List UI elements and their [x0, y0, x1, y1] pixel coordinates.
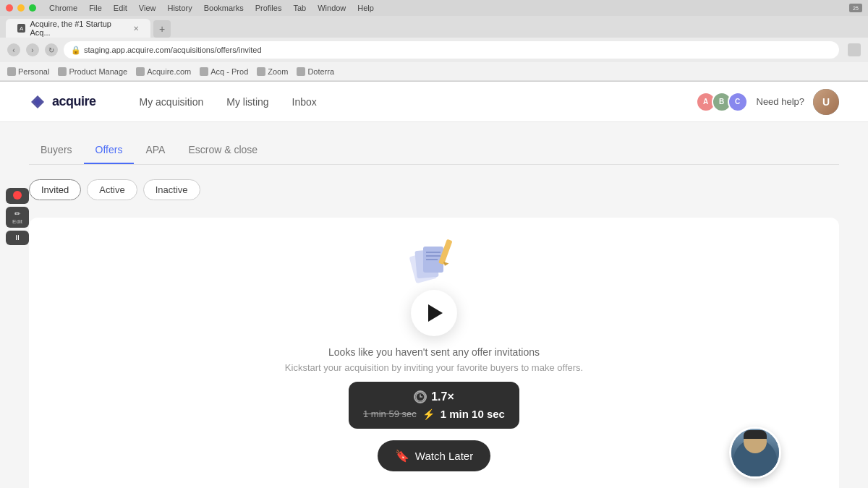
filter-inactive[interactable]: Inactive [143, 179, 200, 200]
empty-main-text: Looks like you haven't sent any offer in… [285, 346, 583, 358]
empty-illustration [398, 232, 470, 290]
bookmark-personal[interactable]: Personal [7, 67, 49, 76]
pause-icon: ⏸ [14, 234, 21, 241]
time-row: 1 min 59 sec ⚡ 1 min 10 sec [363, 408, 505, 420]
bookmark-product[interactable]: Product Manage [58, 67, 127, 76]
tab-title: Acquire, the #1 Startup Acq... [30, 20, 129, 37]
browser-address-bar: ‹ › ↻ 🔒 staging.app.acquire.com/acquisit… [0, 38, 868, 62]
tab-favicon: A [17, 24, 25, 33]
speed-value: 1.7× [363, 390, 505, 403]
bookmark-star-btn[interactable] [848, 43, 861, 56]
tab-apa[interactable]: APA [134, 137, 176, 164]
filter-active[interactable]: Active [87, 179, 137, 200]
app-logo[interactable]: acquire [29, 93, 96, 111]
floating-video-avatar [729, 427, 781, 479]
empty-sub-text: Kickstart your acquisition by inviting y… [285, 362, 583, 373]
app-wrapper: acquire My acquisition My listing Inbox … [0, 82, 868, 488]
pause-btn[interactable]: ⏸ [6, 231, 29, 245]
time-original: 1 min 59 sec [363, 408, 417, 419]
record-dot [13, 191, 22, 200]
need-help-link[interactable]: Need help? [757, 96, 805, 107]
address-bar[interactable]: 🔒 staging.app.acquire.com/acquisitions/o… [64, 41, 839, 59]
close-window-btn[interactable] [6, 4, 13, 12]
speed-icon [414, 390, 427, 403]
edit-btn[interactable]: ✏ Edit [6, 207, 29, 228]
time-display: 25 [849, 4, 862, 12]
reload-btn[interactable]: ↻ [45, 43, 58, 56]
tabs-row: Buyers Offers APA Escrow & close [29, 137, 839, 165]
empty-state-text: Looks like you haven't sent any offer in… [285, 346, 583, 373]
browser-tabs: A Acquire, the #1 Startup Acq... ✕ + [0, 16, 868, 38]
bookmark-acq-prod[interactable]: Acq - Prod [200, 67, 248, 76]
logo-icon [29, 93, 46, 111]
filter-row: Invited Active Inactive [29, 179, 839, 200]
tab-offers[interactable]: Offers [84, 137, 135, 164]
avatar-3: C [728, 92, 748, 112]
maximize-window-btn[interactable] [29, 4, 36, 12]
video-play-btn[interactable] [411, 290, 457, 336]
edit-label: Edit [12, 218, 22, 225]
tab-buyers[interactable]: Buyers [29, 137, 84, 164]
browser-menu: Chrome File Edit View History Bookmarks … [49, 4, 374, 12]
bookmark-icon: 🔖 [395, 449, 409, 463]
nav-my-listing[interactable]: My listing [226, 96, 268, 108]
user-avatar[interactable]: U [813, 89, 839, 115]
nav-right: A B C Need help? U [696, 89, 840, 115]
time-fast: 1 min 10 sec [441, 408, 505, 420]
forward-btn[interactable]: › [26, 43, 39, 56]
bookmark-acquire[interactable]: Acquire.com [136, 67, 191, 76]
nav-inbox[interactable]: Inbox [292, 96, 317, 108]
minimize-window-btn[interactable] [17, 4, 25, 12]
play-icon [428, 304, 443, 322]
tab-escrow[interactable]: Escrow & close [176, 137, 269, 164]
browser-chrome: Chrome File Edit View History Bookmarks … [0, 0, 868, 82]
tab-close-btn[interactable]: ✕ [133, 25, 139, 33]
avatar-person-bg [731, 429, 779, 476]
content-area: Buyers Offers APA Escrow & close Invited… [0, 122, 868, 488]
sidebar-controls: ✏ Edit ⏸ [6, 188, 29, 245]
video-play-container [411, 290, 457, 336]
edit-icon: ✏ [14, 210, 20, 218]
nav-my-acquisition[interactable]: My acquisition [140, 96, 204, 108]
browser-top-bar: Chrome File Edit View History Bookmarks … [0, 0, 868, 16]
lightning-icon: ⚡ [422, 408, 435, 420]
filter-invited[interactable]: Invited [29, 179, 81, 200]
record-btn[interactable] [6, 188, 29, 204]
browser-bookmarks: Personal Product Manage Acquire.com Acq … [0, 62, 868, 81]
new-tab-btn[interactable]: + [153, 20, 171, 38]
active-tab[interactable]: A Acquire, the #1 Startup Acq... ✕ [6, 19, 150, 38]
avatar-group: A B C [696, 92, 748, 112]
bookmark-doterra[interactable]: Doterra [297, 67, 334, 76]
bookmark-zoom[interactable]: Zoom [257, 67, 288, 76]
nav-links: My acquisition My listing Inbox [140, 96, 317, 108]
watch-later-btn[interactable]: 🔖 Watch Later [378, 440, 490, 471]
back-btn[interactable]: ‹ [7, 43, 20, 56]
main-card: Looks like you haven't sent any offer in… [29, 218, 839, 488]
speed-tooltip: 1.7× 1 min 59 sec ⚡ 1 min 10 sec [349, 382, 519, 429]
app-nav: acquire My acquisition My listing Inbox … [0, 82, 868, 122]
